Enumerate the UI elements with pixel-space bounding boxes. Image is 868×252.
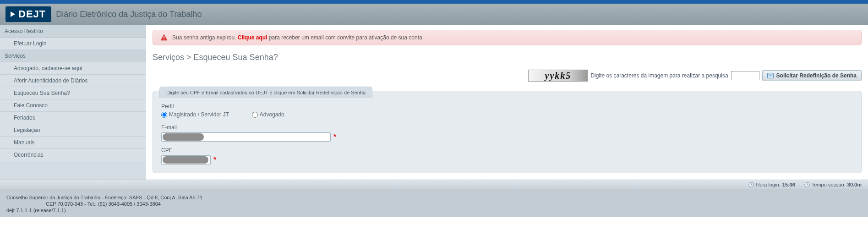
alert-prefix: Sua senha antiga expirou.: [172, 34, 238, 41]
footer-contact: CEP 70.070-943 - Tel.: (61) 3043-4005 / …: [6, 201, 862, 207]
sidebar-item-advogado-cadastre[interactable]: Advogado, cadastre-se aqui: [0, 62, 146, 75]
session-time: Tempo sessao: 30.0m: [804, 182, 862, 187]
captcha-label: Digite os caracteres da imagem para real…: [590, 72, 728, 79]
logo[interactable]: DEJT: [5, 6, 51, 22]
sidebar-item-aferir-autenticidade[interactable]: Aferir Autenticidade de Diários: [0, 75, 146, 87]
session-time-label: Tempo sessao:: [812, 182, 846, 187]
login-time-value: 15:06: [782, 182, 795, 187]
radio-magistrado-label: Magistrado / Servidor JT: [169, 111, 229, 118]
radio-advogado[interactable]: Advogado: [252, 111, 284, 118]
svg-rect-3: [164, 39, 164, 40]
footer: Conselho Superior da Justiça do Trabalho…: [0, 189, 868, 217]
sidebar-section-servicos: Serviços: [0, 50, 146, 62]
sidebar-item-ocorrencias[interactable]: Ocorrências: [0, 149, 146, 161]
play-icon: [9, 11, 16, 18]
login-time: Hora login: 15:06: [748, 182, 795, 187]
form-fieldset: Digite seu CPF e Email cadastrados no DE…: [153, 91, 862, 173]
header-title: Diário Eletrônico da Justiça do Trabalho: [56, 10, 202, 19]
form-legend: Digite seu CPF e Email cadastrados no DE…: [159, 87, 372, 98]
breadcrumb: Serviços > Esqueceu Sua Senha?: [153, 53, 862, 62]
perfil-label: Perfil: [161, 103, 853, 110]
captcha-input[interactable]: [731, 71, 759, 80]
email-row: *: [161, 132, 853, 142]
captcha-image: yykk5: [528, 70, 588, 82]
sidebar-item-efetuar-login[interactable]: Efetuar Login: [0, 38, 146, 50]
required-star: *: [333, 133, 336, 141]
redaction-bar: [163, 156, 208, 164]
perfil-radio-group: Magistrado / Servidor JT Advogado: [161, 111, 853, 118]
captcha-row: yykk5 Digite os caracteres da imagem par…: [153, 70, 862, 82]
footer-address: Conselho Superior da Justiça do Trabalho…: [6, 195, 862, 200]
content-wrapper: Acesso Restrito Efetuar Login Serviços A…: [0, 25, 868, 180]
footer-version: dejt-7.1.1-1 (release/7.1.1): [6, 208, 862, 213]
radio-magistrado[interactable]: Magistrado / Servidor JT: [161, 111, 229, 118]
main-content: Sua senha antiga expirou. Clique aqui pa…: [146, 25, 868, 180]
alert-text: Sua senha antiga expirou. Clique aqui pa…: [172, 34, 422, 41]
session-time-value: 30.0m: [847, 182, 862, 187]
login-time-label: Hora login:: [756, 182, 780, 187]
radio-advogado-label: Advogado: [260, 111, 284, 118]
status-bar: Hora login: 15:06 Tempo sessao: 30.0m: [0, 180, 868, 189]
required-star: *: [213, 156, 216, 164]
alert-suffix: para receber um email com convite para a…: [267, 34, 422, 41]
solicitar-button[interactable]: Solicitar Redefinição de Senha: [762, 70, 862, 81]
sidebar: Acesso Restrito Efetuar Login Serviços A…: [0, 25, 146, 180]
redaction-bar: [163, 133, 204, 141]
alert-link[interactable]: Clique aqui: [238, 34, 267, 41]
cpf-label: CPF: [161, 147, 853, 153]
cpf-row: *: [161, 155, 853, 164]
sidebar-item-fale-conosco[interactable]: Fale Conosco: [0, 99, 146, 112]
radio-advogado-input[interactable]: [252, 112, 258, 118]
top-accent-bar: [0, 0, 868, 4]
clock-icon: [804, 182, 810, 187]
sidebar-item-legislacao[interactable]: Legislação: [0, 124, 146, 137]
radio-magistrado-input[interactable]: [161, 112, 167, 118]
envelope-icon: [767, 73, 774, 78]
sidebar-item-esqueceu-senha[interactable]: Esqueceu Sua Senha?: [0, 87, 146, 99]
clock-icon: [748, 182, 754, 187]
sidebar-item-feriados[interactable]: Feriados: [0, 112, 146, 124]
logo-text: DEJT: [18, 8, 46, 20]
warning-icon: [160, 34, 168, 41]
alert-expired-password: Sua senha antiga expirou. Clique aqui pa…: [153, 30, 862, 45]
sidebar-item-manuais[interactable]: Manuais: [0, 137, 146, 149]
header: DEJT Diário Eletrônico da Justiça do Tra…: [0, 4, 868, 25]
svg-rect-2: [164, 36, 164, 38]
svg-marker-0: [11, 11, 15, 17]
sidebar-section-acesso: Acesso Restrito: [0, 25, 146, 38]
solicitar-button-label: Solicitar Redefinição de Senha: [776, 72, 857, 79]
email-label: E-mail: [161, 124, 853, 131]
